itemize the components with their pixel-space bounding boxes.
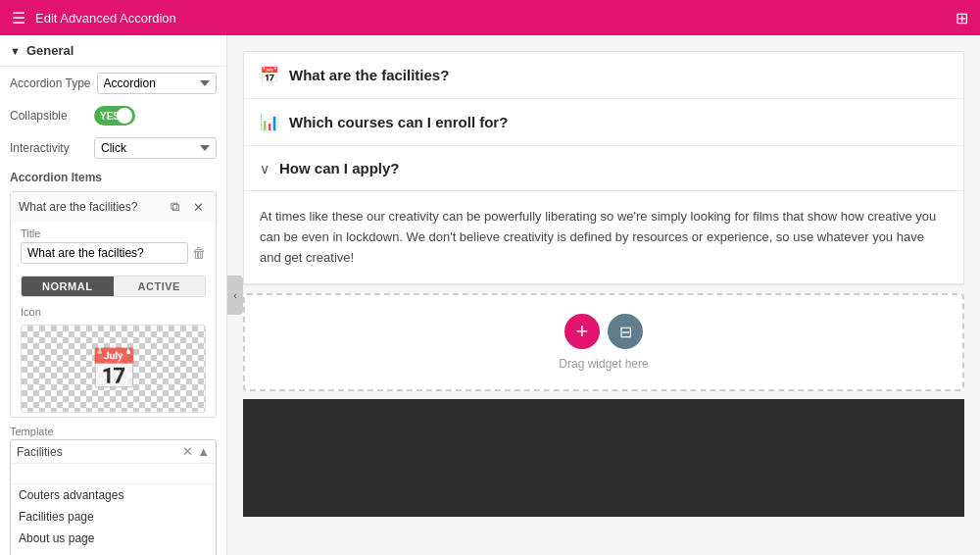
accordion-row-3[interactable]: ∨ How can I apply? xyxy=(244,146,963,191)
accordion-type-select[interactable]: Accordion xyxy=(97,73,218,94)
accordion-row-1[interactable]: 📅 What are the facilities? xyxy=(244,52,963,99)
dark-footer xyxy=(243,399,964,517)
accordion-item-header[interactable]: What are the facilities? ⧉ ✕ xyxy=(11,192,216,222)
chevron-up-icon[interactable]: ▲ xyxy=(197,444,210,459)
calendar-icon: 📅 xyxy=(89,346,138,392)
left-panel: ▼ General Accordion Type Accordion Colla… xyxy=(0,35,227,555)
template-select-container: Facilities ✕ ▲ Couters advantages Facili… xyxy=(10,439,217,555)
copy-icon[interactable]: ⧉ xyxy=(165,197,184,217)
accordion-type-label: Accordion Type xyxy=(10,76,91,90)
accordion-item-box: What are the facilities? ⧉ ✕ Title 🗑 NOR… xyxy=(10,191,217,418)
normal-tab[interactable]: NORMAL xyxy=(22,277,114,296)
clear-icon[interactable]: ✕ xyxy=(182,444,193,459)
template-options: Couters advantages Facilities page About… xyxy=(11,483,216,555)
general-section-header[interactable]: ▼ General xyxy=(0,35,226,67)
accordion-widget: 📅 What are the facilities? 📊 Which cours… xyxy=(243,51,964,285)
chevron-icon: ∨ xyxy=(260,161,270,177)
collapse-handle[interactable]: ‹ xyxy=(227,276,243,315)
accordion-row-3-title: How can I apply? xyxy=(279,160,948,177)
title-label: Title xyxy=(21,227,206,239)
drag-widget-label: Drag widget here xyxy=(559,357,648,371)
title-input[interactable] xyxy=(21,242,188,264)
move-widget-button[interactable]: ⊟ xyxy=(608,314,643,349)
accordion-row-1-title: What are the facilities? xyxy=(289,67,948,83)
plus-icon: + xyxy=(576,319,589,344)
right-canvas: ‹ 📅 What are the facilities? 📊 Which cou… xyxy=(227,35,980,555)
chart-row-icon: 📊 xyxy=(260,113,279,131)
accordion-row-2[interactable]: 📊 Which courses can I enroll for? xyxy=(244,99,963,146)
accordion-items-label: Accordion Items xyxy=(0,165,226,187)
interactivity-row: Interactivity Click xyxy=(0,131,226,165)
interactivity-select[interactable]: Click xyxy=(94,137,217,159)
accordion-item-name: What are the facilities? xyxy=(19,200,137,214)
general-section-label: General xyxy=(26,43,74,58)
collapsible-row: Collapsible YES xyxy=(0,100,226,131)
calendar-row-icon: 📅 xyxy=(260,66,279,84)
interactivity-label: Interactivity xyxy=(10,141,88,155)
active-tab[interactable]: ACTIVE xyxy=(114,277,206,296)
template-option-contacts[interactable]: Contacts page xyxy=(11,549,216,555)
accordion-expanded-content: At times like these our creativity can b… xyxy=(244,191,963,284)
move-icon: ⊟ xyxy=(619,323,632,341)
template-option-couters[interactable]: Couters advantages xyxy=(11,484,216,506)
collapsible-label: Collapsible xyxy=(10,109,88,123)
main-layout: ▼ General Accordion Type Accordion Colla… xyxy=(0,35,980,555)
grid-icon[interactable]: ⊞ xyxy=(956,9,968,27)
chevron-down-icon: ▼ xyxy=(10,45,21,57)
template-option-about[interactable]: About us page xyxy=(11,528,216,549)
topbar-title: Edit Advanced Accordion xyxy=(35,11,176,25)
state-tabs: NORMAL ACTIVE xyxy=(21,276,206,297)
add-widget-button[interactable]: + xyxy=(564,314,600,349)
accordion-type-row: Accordion Type Accordion xyxy=(0,67,226,100)
menu-icon[interactable]: ☰ xyxy=(12,9,25,27)
template-select-top[interactable]: Facilities ✕ ▲ xyxy=(11,440,216,463)
drag-widget-area[interactable]: + ⊟ Drag widget here xyxy=(243,293,964,391)
accordion-row-2-title: Which courses can I enroll for? xyxy=(289,114,948,130)
template-value: Facilities xyxy=(17,445,63,459)
icon-preview[interactable]: 📅 xyxy=(21,325,206,413)
trash-icon[interactable]: 🗑 xyxy=(192,245,206,261)
close-icon[interactable]: ✕ xyxy=(188,197,208,217)
title-section: Title 🗑 xyxy=(11,222,216,270)
template-label: Template xyxy=(0,422,226,439)
collapsible-toggle[interactable]: YES xyxy=(94,106,135,126)
topbar: ☰ Edit Advanced Accordion ⊞ xyxy=(0,0,980,35)
icon-label-text: Icon xyxy=(11,303,216,321)
template-search-input[interactable] xyxy=(11,463,216,483)
template-option-facilities[interactable]: Facilities page xyxy=(11,506,216,528)
